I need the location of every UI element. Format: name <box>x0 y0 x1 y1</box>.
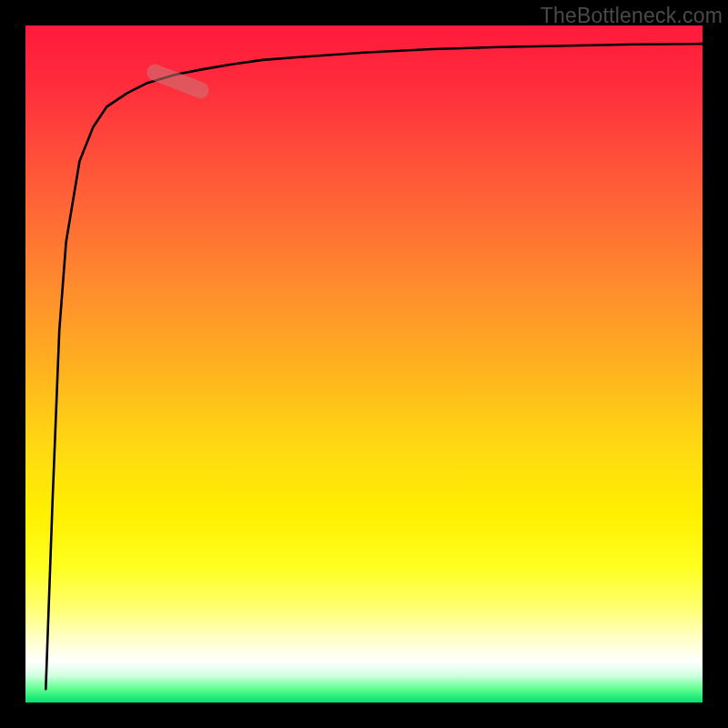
watermark-label: TheBottleneck.com <box>541 4 723 28</box>
bottleneck-curve <box>46 44 703 689</box>
chart-svg <box>25 25 703 703</box>
chart-frame: TheBottleneck.com <box>0 0 728 728</box>
